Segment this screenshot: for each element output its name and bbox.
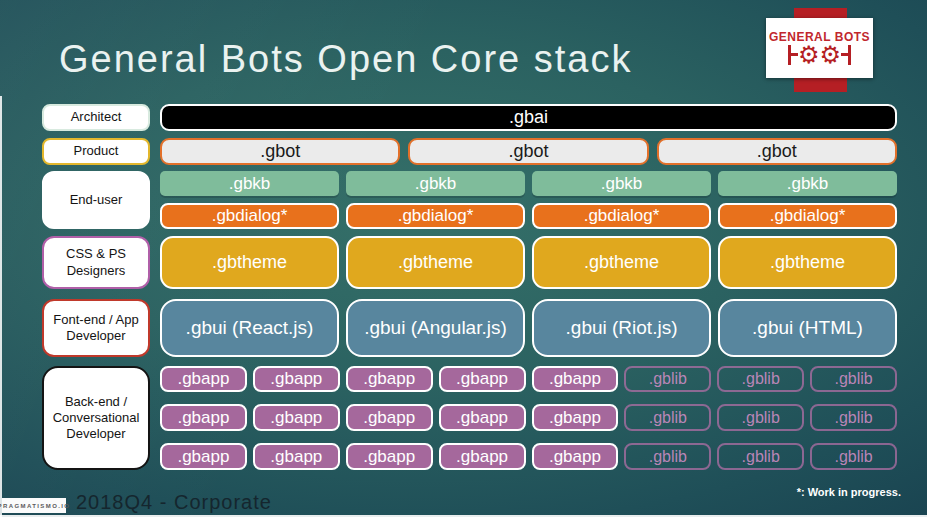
row-gbot: .gbot .gbot .gbot [160, 138, 897, 165]
stack-box-gbapp: .gbapp [253, 443, 340, 470]
stack-box-gbui-html: .gbui (HTML) [718, 299, 897, 357]
stack-box-gbkb: .gbkb [532, 171, 711, 196]
logo-axle-line [841, 53, 848, 56]
stack-box-gbdialog: .gbdialog* [346, 203, 525, 229]
work-in-progress-footnote: *: Work in progress. [797, 486, 901, 498]
role-label-end-user: End-user [42, 171, 150, 229]
stack-box-gbapp: .gbapp [532, 366, 619, 392]
stack-box-gbapp: .gbapp [160, 366, 247, 392]
row-gbai: .gbai [160, 104, 897, 131]
role-label-architect: Architect [42, 104, 150, 131]
logo-gears: ⚙ ⚙ [788, 43, 851, 67]
stack-box-gbdialog: .gbdialog* [532, 203, 711, 229]
stack-box-gbapp: .gbapp [253, 366, 340, 392]
role-label-frontend-developer: Font-end / App Developer [42, 299, 150, 357]
stack-box-gbai: .gbai [160, 104, 897, 131]
slide-footer-caption: 2018Q4 - Corporate [76, 491, 272, 514]
stack-box-gbtheme: .gbtheme [346, 236, 525, 289]
stack-box-gbapp: .gbapp [160, 443, 247, 470]
stack-box-gbapp: .gbapp [346, 443, 433, 470]
role-label-product: Product [42, 138, 150, 165]
gear-icon: ⚙ [820, 43, 842, 67]
stack-box-gblib: .gblib [717, 366, 804, 392]
stack-box-gblib: .gblib [810, 443, 897, 470]
gear-icon: ⚙ [798, 43, 820, 67]
logo-axle-line [791, 53, 798, 56]
row-gbtheme: .gbtheme .gbtheme .gbtheme .gbtheme [160, 236, 897, 289]
role-label-designers: CSS & PS Designers [42, 236, 150, 289]
stack-box-gbapp: .gbapp [439, 366, 526, 392]
stack-box-gbui-riot: .gbui (Riot.js) [532, 299, 711, 357]
row-gbapp-gblib-2: .gbapp .gbapp .gbapp .gbapp .gbapp .gbli… [160, 404, 897, 431]
stack-box-gbapp: .gbapp [532, 404, 619, 431]
stack-box-gbdialog: .gbdialog* [160, 203, 339, 229]
stack-box-gbkb: .gbkb [718, 171, 897, 196]
stack-box-gbkb: .gbkb [160, 171, 339, 196]
stack-box-gblib: .gblib [717, 404, 804, 431]
role-label-backend-developer: Back-end / Conversational Developer [42, 366, 150, 470]
stack-box-gbtheme: .gbtheme [718, 236, 897, 289]
slide: General Bots Open Core stack GENERAL BOT… [0, 0, 927, 517]
pragmatismo-brand-badge: PRAGMATISMO.IO [2, 498, 66, 513]
slide-left-edge-line [0, 96, 2, 517]
stack-box-gbapp: .gbapp [346, 404, 433, 431]
row-gbkb: .gbkb .gbkb .gbkb .gbkb [160, 171, 897, 196]
row-gbui: .gbui (React.js) .gbui (Angular.js) .gbu… [160, 299, 897, 357]
row-gbapp-gblib-1: .gbapp .gbapp .gbapp .gbapp .gbapp .gbli… [160, 366, 897, 392]
slide-title: General Bots Open Core stack [59, 38, 632, 81]
stack-box-gblib: .gblib [624, 404, 711, 431]
stack-box-gbdialog: .gbdialog* [718, 203, 897, 229]
stack-box-gblib: .gblib [810, 366, 897, 392]
stack-box-gblib: .gblib [624, 366, 711, 392]
stack-box-gbui-react: .gbui (React.js) [160, 299, 339, 357]
row-gbdialog: .gbdialog* .gbdialog* .gbdialog* .gbdial… [160, 203, 897, 229]
stack-box-gblib: .gblib [810, 404, 897, 431]
stack-box-gbkb: .gbkb [346, 171, 525, 196]
row-gbapp-gblib-3: .gbapp .gbapp .gbapp .gbapp .gbapp .gbli… [160, 443, 897, 470]
stack-box-gbapp: .gbapp [160, 404, 247, 431]
stack-box-gbot: .gbot [408, 138, 648, 165]
logo-card: GENERAL BOTS ⚙ ⚙ [766, 18, 873, 78]
stack-box-gbapp: .gbapp [346, 366, 433, 392]
stack-box-gbapp: .gbapp [253, 404, 340, 431]
stack-box-gbapp: .gbapp [439, 404, 526, 431]
logo-end-bar [848, 45, 851, 65]
stack-box-gbtheme: .gbtheme [532, 236, 711, 289]
stack-box-gblib: .gblib [624, 443, 711, 470]
stack-box-gbot: .gbot [160, 138, 400, 165]
stack-box-gbapp: .gbapp [532, 443, 619, 470]
stack-box-gbapp: .gbapp [439, 443, 526, 470]
stack-box-gbui-angular: .gbui (Angular.js) [346, 299, 525, 357]
stack-box-gbtheme: .gbtheme [160, 236, 339, 289]
stack-box-gblib: .gblib [717, 443, 804, 470]
stack-box-gbot: .gbot [657, 138, 897, 165]
